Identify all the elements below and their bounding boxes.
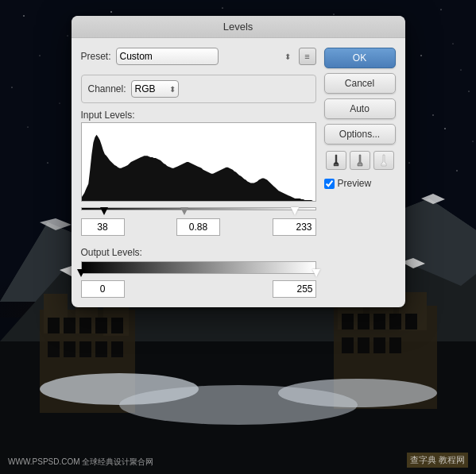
svg-rect-97 (382, 164, 385, 165)
output-levels-label: Output Levels: (81, 247, 316, 258)
channel-group: Channel: RGB Red Green Blue ⬍ (81, 75, 316, 103)
input-levels-label: Input Levels: (81, 110, 316, 121)
preset-select[interactable]: Custom Default Darker Increase Contrast … (116, 48, 219, 65)
preview-label: Preview (338, 178, 372, 189)
preset-arrow-icon: ⬍ (284, 52, 291, 61)
dialog-title: Levels (223, 21, 253, 33)
white-eyedropper-icon (378, 154, 389, 167)
options-button[interactable]: Options... (324, 124, 396, 145)
input-white-value[interactable] (273, 218, 316, 236)
input-levels-section: Input Levels: (81, 110, 316, 236)
preset-menu-button[interactable]: ≡ (299, 48, 316, 65)
input-mid-handle[interactable] (180, 207, 188, 215)
svg-marker-96 (381, 155, 386, 166)
white-eyedropper-button[interactable] (373, 151, 394, 170)
input-values-row (81, 218, 316, 236)
output-values-row (81, 280, 316, 298)
svg-rect-93 (335, 164, 338, 165)
eyedropper-row (324, 151, 396, 170)
preset-label: Preset: (81, 51, 111, 62)
input-slider-track[interactable] (81, 202, 316, 215)
histogram (81, 122, 316, 202)
preview-checkbox[interactable] (324, 179, 335, 189)
svg-marker-94 (358, 155, 362, 166)
preview-row: Preview (324, 178, 396, 189)
dialog-titlebar: Levels (72, 16, 405, 38)
output-black-value[interactable] (81, 280, 125, 298)
preset-select-wrapper: Custom Default Darker Increase Contrast … (116, 48, 294, 65)
input-black-value[interactable] (81, 218, 125, 236)
channel-select[interactable]: RGB Red Green Blue (131, 80, 179, 98)
output-gradient-track (81, 261, 316, 277)
gray-eyedropper-button[interactable] (350, 151, 370, 170)
black-eyedropper-icon (331, 154, 342, 167)
input-white-handle[interactable] (291, 207, 299, 215)
output-white-value[interactable] (273, 280, 316, 298)
auto-button[interactable]: Auto (324, 98, 396, 119)
preset-row: Preset: Custom Default Darker Increase C… (81, 48, 316, 65)
output-white-handle[interactable] (312, 269, 320, 277)
input-mid-value[interactable] (176, 218, 220, 236)
output-levels-section: Output Levels: (81, 247, 316, 298)
channel-label: Channel: (88, 83, 126, 94)
svg-marker-92 (334, 155, 339, 166)
dialog-overlay: Levels Preset: Custom Default Darker Inc… (0, 0, 476, 474)
cancel-button[interactable]: Cancel (324, 73, 396, 94)
gray-eyedropper-icon (354, 154, 366, 167)
black-eyedropper-button[interactable] (326, 151, 346, 170)
ok-button[interactable]: OK (324, 48, 396, 68)
input-black-handle[interactable] (100, 207, 108, 215)
output-black-handle[interactable] (77, 269, 85, 277)
levels-dialog: Levels Preset: Custom Default Darker Inc… (72, 16, 405, 307)
channel-select-wrapper: RGB Red Green Blue ⬍ (131, 80, 179, 98)
svg-rect-95 (358, 164, 362, 165)
